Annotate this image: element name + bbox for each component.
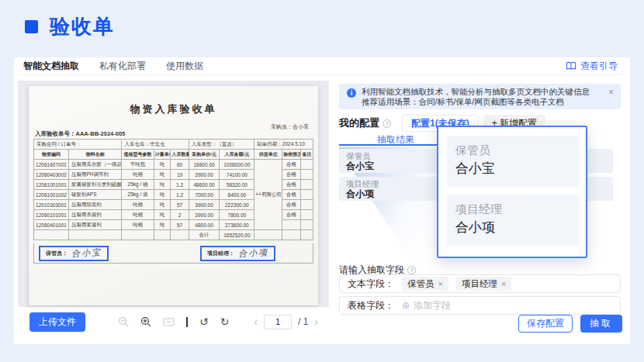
doc-table-cell: 吨 bbox=[154, 180, 171, 190]
doc-header-cell: 采购单价/元 bbox=[189, 150, 220, 160]
tag-label: 保管员 bbox=[407, 278, 435, 290]
doc-table-cell bbox=[300, 190, 313, 200]
doc-table-cell bbox=[154, 230, 171, 240]
doc-table-cell bbox=[300, 200, 313, 210]
doc-table-cell: 60 bbox=[171, 160, 189, 170]
doc-table-cell: ++有限公司 bbox=[254, 160, 282, 230]
nav-tab-private-deploy[interactable]: 私有化部署 bbox=[99, 60, 146, 73]
rotate-right-icon[interactable]: ↻ bbox=[220, 316, 230, 327]
config-panel: i 利用智能文档抽取技术，智能分析与抽取多页文档中的关键信息 推荐适用场景：合同… bbox=[339, 81, 622, 340]
text-fields-box[interactable]: 文本字段： 保管员 × 项目经理 × bbox=[339, 274, 621, 293]
doc-table-cell: 12060401001 bbox=[34, 220, 69, 230]
doc-table-cell: 压裂用杀菌剂 bbox=[69, 210, 122, 220]
view-guide-link[interactable]: 查看引导 bbox=[566, 60, 618, 73]
tab-extract-result[interactable]: 抽取结果 bbox=[339, 133, 452, 146]
doc-header-cell: 规格型号参数 bbox=[122, 150, 154, 160]
keeper-annotation-box[interactable]: 保管员： 合小宝 bbox=[39, 246, 109, 261]
doc-table-row: 12061607001压裂用瓜尔胶（一级品）半吨包吨6016800.001008… bbox=[34, 160, 313, 170]
manager-annotation-box[interactable]: 项目经理： 合小项 bbox=[200, 246, 275, 261]
doc-table-cell: 12061001002 bbox=[34, 190, 69, 200]
chevron-left-icon[interactable]: ‹ bbox=[254, 317, 258, 326]
doc-table: 采购合同 / 订单号： 入库仓库：华北仓 入库类型：（直达） 制单日期：2024… bbox=[33, 139, 313, 240]
banner-line2: 推荐适用场景：合同/标书/保单/网页截图等各类电子文档 bbox=[362, 97, 564, 106]
doc-table-cell: 4800.00 bbox=[189, 220, 220, 230]
tag-keeper[interactable]: 保管员 × bbox=[402, 277, 448, 291]
doc-table-cell: 74100.00 bbox=[220, 170, 254, 180]
viewer-toolbar: 上传文件 ↺ ↻ ‹ / 1 bbox=[18, 310, 329, 333]
nav-bar: 智能文档抽取 私有化部署 使用数据 查看引导 bbox=[19, 57, 622, 75]
view-guide-label: 查看引导 bbox=[580, 60, 618, 73]
manager-label: 项目经理： bbox=[207, 250, 234, 257]
doc-table-cell bbox=[254, 230, 282, 240]
tag-manager[interactable]: 项目经理 × bbox=[456, 277, 511, 291]
zoom-out-icon[interactable] bbox=[118, 316, 129, 327]
question-circle-icon[interactable]: ? bbox=[407, 266, 416, 274]
doc-table-cell bbox=[300, 180, 313, 190]
rotate-left-icon[interactable]: ↺ bbox=[199, 316, 209, 327]
question-circle-icon[interactable]: ? bbox=[383, 119, 391, 128]
tag-close-icon[interactable]: × bbox=[438, 279, 443, 288]
doc-meta-type: 入库类型：（直达） bbox=[189, 140, 254, 150]
plus-circle-icon: ⊕ bbox=[402, 301, 410, 310]
doc-table-cell: 3900.00 bbox=[189, 210, 220, 220]
my-config-label: 我的配置 bbox=[339, 116, 379, 130]
doc-meta-contract: 采购合同 / 订单号： bbox=[34, 140, 122, 150]
info-banner: i 利用智能文档抽取技术，智能分析与抽取多页文档中的关键信息 推荐适用场景：合同… bbox=[339, 84, 621, 109]
magnifier-popup: 保管员 合小宝 项目经理 合小项 bbox=[437, 126, 587, 258]
doc-table-cell: 12061001001 bbox=[34, 180, 69, 190]
doc-table-cell bbox=[122, 230, 154, 240]
nav-tab-usage-data[interactable]: 使用数据 bbox=[166, 60, 203, 73]
doc-table-cell bbox=[300, 160, 313, 170]
doc-form-number: 入库验收单号：AAA-BB-2024-005 bbox=[35, 130, 125, 138]
doc-table-cell: 吨桶 bbox=[122, 220, 154, 230]
zoom-in-icon[interactable] bbox=[140, 316, 151, 327]
doc-signature-strip: 保管员： 合小宝 项目经理： 合小项 bbox=[33, 243, 313, 264]
doc-table-cell: 吨桶 bbox=[122, 170, 154, 180]
doc-meta-row: 采购合同 / 订单号： 入库仓库：华北仓 入库类型：（直达） 制单日期：2024… bbox=[34, 140, 313, 150]
page-number-input[interactable] bbox=[264, 315, 292, 329]
doc-table-cell: 合格 bbox=[282, 180, 300, 190]
table-fields-box[interactable]: 表格字段： ⊕ 添加字段 bbox=[339, 296, 621, 315]
doc-header-cell: 计量单位 bbox=[154, 150, 171, 160]
doc-meta-date: 制单日期：2024.5.10 bbox=[254, 140, 313, 150]
doc-table-cell: 压裂用絮凝剂 bbox=[69, 220, 122, 230]
doc-table-cell: 吨 bbox=[154, 190, 171, 200]
save-config-button[interactable]: 保存配置 bbox=[518, 315, 573, 333]
doc-header-cell: 入库金额/元 bbox=[220, 150, 254, 160]
extract-button[interactable]: 抽取 bbox=[580, 315, 622, 333]
doc-table-cell: 222300.00 bbox=[220, 200, 254, 210]
chevron-right-icon[interactable]: › bbox=[314, 317, 318, 326]
doc-table-cell: 吨桶 bbox=[122, 200, 154, 210]
add-field-button[interactable]: ⊕ 添加字段 bbox=[402, 299, 451, 312]
scanned-document[interactable]: 物资入库验收单 采购员：合小采 入库验收单号：AAA-BB-2024-005 采… bbox=[29, 86, 318, 305]
book-icon bbox=[566, 61, 576, 71]
doc-header-cell: 物料名称 bbox=[69, 150, 122, 160]
close-icon[interactable]: × bbox=[608, 88, 614, 97]
doc-table-cell bbox=[300, 230, 313, 240]
tag-close-icon[interactable]: × bbox=[501, 279, 506, 288]
doc-table-cell bbox=[69, 230, 122, 240]
nav-tab-doc-extract[interactable]: 智能文档抽取 bbox=[23, 60, 79, 73]
doc-table-cell: 12061607001 bbox=[34, 160, 69, 170]
fit-view-icon[interactable] bbox=[163, 317, 175, 327]
doc-table-cell: 19 bbox=[171, 170, 189, 180]
doc-table-cell: 1.2 bbox=[171, 180, 189, 190]
doc-purchaser: 采购员：合小采 bbox=[271, 123, 309, 131]
keeper-signature: 合小宝 bbox=[71, 247, 102, 260]
upload-file-button[interactable]: 上传文件 bbox=[29, 312, 85, 332]
document-viewer: 物资入库验收单 采购员：合小采 入库验收单号：AAA-BB-2024-005 采… bbox=[18, 81, 329, 307]
doc-table-cell: 57 bbox=[171, 200, 189, 210]
doc-table-cell: 7000.00 bbox=[189, 190, 220, 200]
doc-table-cell bbox=[282, 220, 300, 230]
doc-table-cell: 吨 bbox=[154, 210, 171, 220]
doc-table-header-row: 物资编码物料名称规格型号参数计量单位入库数量采购单价/元入库金额/元供货单位验收… bbox=[34, 150, 313, 160]
title-square-icon bbox=[25, 20, 38, 33]
doc-table-cell: 2 bbox=[171, 210, 189, 220]
pager: ‹ / 1 › bbox=[254, 315, 318, 329]
doc-table-cell: 合格 bbox=[282, 190, 300, 200]
doc-header-cell: 入库数量 bbox=[171, 150, 189, 160]
doc-table-cell: 16800.00 bbox=[189, 160, 220, 170]
popup-field-label: 项目经理 bbox=[455, 201, 570, 218]
doc-header-cell: 供货单位 bbox=[254, 150, 282, 160]
doc-table-cell: 1652520.00 bbox=[220, 230, 254, 240]
